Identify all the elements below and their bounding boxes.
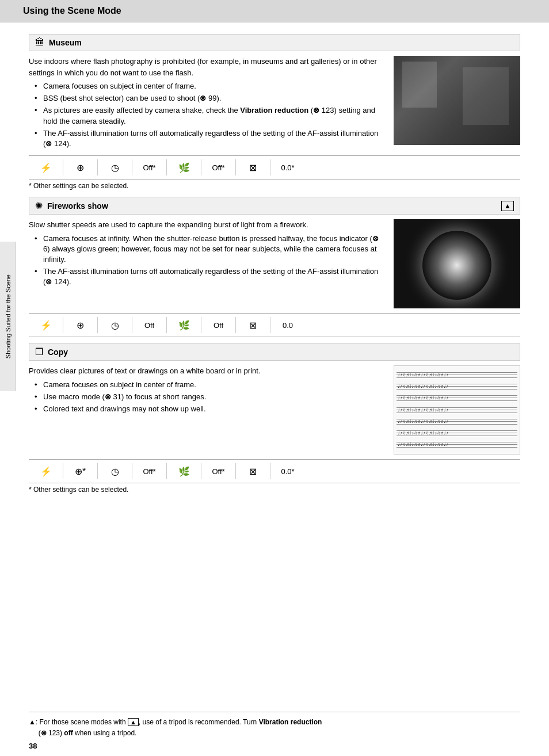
list-item: Camera focuses on subject in center of f… <box>35 380 385 390</box>
settings-exp-val: 0.0* <box>270 159 305 175</box>
fireworks-header: ✺ Fireworks show ▲ <box>29 197 520 215</box>
copy-intro: Provides clear pictures of text or drawi… <box>29 365 385 377</box>
settings-macro: 🌿 <box>167 159 201 175</box>
fireworks-intro: Slow shutter speeds are used to capture … <box>29 219 385 231</box>
fw-settings-macro-val: Off <box>201 317 236 333</box>
page-title: Using the Scene Mode <box>23 6 121 16</box>
timer-icon: ◷ <box>111 466 119 477</box>
list-item: Colored text and drawings may not show u… <box>35 404 385 414</box>
list-item: Camera focuses on subject in center of f… <box>35 81 385 91</box>
timer-value: Off* <box>143 467 155 476</box>
cp-settings-timer: ◷ <box>98 463 132 479</box>
museum-content: Use indoors where flash photography is p… <box>29 56 520 151</box>
macro-value: Off* <box>212 467 224 476</box>
exp-value: 0.0* <box>281 163 294 172</box>
timer-icon: ◷ <box>111 320 119 331</box>
flash-icon: ⚡ <box>40 162 52 173</box>
fw-settings-flash: ⚡ <box>29 317 63 333</box>
fireworks-title: Fireworks show <box>47 201 108 211</box>
settings-exp: ⊠ <box>236 159 270 175</box>
fireworks-text: Slow shutter speeds are used to capture … <box>29 219 385 308</box>
copy-icon: ❒ <box>35 346 43 357</box>
museum-bullets: Camera focuses on subject in center of f… <box>35 81 385 149</box>
flash-icon: ⚡ <box>40 466 52 477</box>
timer-value: Off* <box>143 163 155 172</box>
museum-title: Museum <box>49 38 82 47</box>
list-item: BSS (best shot selector) can be used to … <box>35 93 385 104</box>
museum-text: Use indoors where flash photography is p… <box>29 56 385 151</box>
tripod-box-icon: ▲ <box>128 718 139 726</box>
mode-icon: ⊕ <box>77 162 84 173</box>
copy-bullets: Camera focuses on subject in center of f… <box>35 380 385 415</box>
copy-title: Copy <box>48 348 68 357</box>
header-bar: Using the Scene Mode <box>0 0 549 22</box>
page-number: 38 <box>29 742 37 750</box>
copy-text: Provides clear pictures of text or drawi… <box>29 365 385 455</box>
list-item: As pictures are easily affected by camer… <box>35 105 385 126</box>
sidebar-label: Shooting Suited for the Scene <box>0 242 16 391</box>
exp-value: 0.0* <box>281 467 294 476</box>
exp-value: 0.0 <box>283 321 293 330</box>
flash-icon: ⚡ <box>40 320 52 331</box>
fw-settings-macro: 🌿 <box>167 317 201 333</box>
mode-icon: ⊕* <box>75 466 86 477</box>
fireworks-image <box>394 219 520 308</box>
museum-image <box>394 56 520 145</box>
fireworks-icon: ✺ <box>35 200 43 211</box>
museum-header: 🏛 Museum <box>29 34 520 51</box>
copy-image <box>394 365 520 455</box>
fireworks-bullets: Camera focuses at infinity. When the shu… <box>35 234 385 288</box>
exp-icon: ⊠ <box>249 320 257 331</box>
macro-value: Off* <box>212 163 224 172</box>
cp-settings-macro-val: Off* <box>201 463 236 479</box>
macro-icon: 🌿 <box>178 162 190 173</box>
macro-icon: 🌿 <box>178 320 190 331</box>
sidebar-text: Shooting Suited for the Scene <box>5 274 12 358</box>
fireworks-settings-row: ⚡ ⊕ ◷ Off 🌿 Off ⊠ 0.0 <box>29 313 520 337</box>
fw-settings-exp-val: 0.0 <box>270 317 305 333</box>
cp-settings-macro: 🌿 <box>167 463 201 479</box>
cp-settings-timer-val: Off* <box>132 463 167 479</box>
list-item: The AF-assist illumination turns off aut… <box>35 128 385 149</box>
settings-macro-val: Off* <box>201 159 236 175</box>
cp-settings-exp-val: 0.0* <box>270 463 305 479</box>
fireworks-section: ✺ Fireworks show ▲ Slow shutter speeds a… <box>29 197 520 337</box>
copy-header: ❒ Copy <box>29 343 520 361</box>
museum-icon: 🏛 <box>35 37 44 48</box>
tripod-symbol: ▲ <box>29 718 36 726</box>
fw-settings-exp: ⊠ <box>236 317 270 333</box>
fw-settings-timer-val: Off <box>132 317 167 333</box>
macro-value: Off <box>214 321 223 330</box>
mode-icon: ⊕ <box>77 320 84 331</box>
settings-timer-val: Off* <box>132 159 167 175</box>
list-item: Camera focuses at infinity. When the shu… <box>35 234 385 265</box>
cp-settings-flash: ⚡ <box>29 463 63 479</box>
copy-content: Provides clear pictures of text or drawi… <box>29 365 520 455</box>
fw-settings-timer: ◷ <box>98 317 132 333</box>
museum-section: 🏛 Museum Use indoors where flash photogr… <box>29 34 520 190</box>
timer-value: Off <box>144 321 154 330</box>
footer-text: ▲: For those scene modes with ▲, use of … <box>29 717 520 739</box>
copy-settings-row: ⚡ ⊕* ◷ Off* 🌿 Off* ⊠ 0.0* <box>29 459 520 483</box>
copy-section: ❒ Copy Provides clear pictures of text o… <box>29 343 520 494</box>
settings-flash: ⚡ <box>29 159 63 175</box>
bottom-footer: ▲: For those scene modes with ▲, use of … <box>29 712 520 739</box>
settings-timer: ◷ <box>98 159 132 175</box>
fw-settings-mode: ⊕ <box>63 317 98 333</box>
cp-settings-exp: ⊠ <box>236 463 270 479</box>
fireworks-content: Slow shutter speeds are used to capture … <box>29 219 520 308</box>
copy-footnote: * Other settings can be selected. <box>29 486 520 494</box>
list-item: The AF-assist illumination turns off aut… <box>35 266 385 287</box>
museum-settings-row: ⚡ ⊕ ◷ Off* 🌿 Off* ⊠ 0.0* <box>29 155 520 180</box>
list-item: Use macro mode (⊗ 31) to focus at short … <box>35 392 385 402</box>
main-content: 🏛 Museum Use indoors where flash photogr… <box>0 22 549 512</box>
museum-intro: Use indoors where flash photography is p… <box>29 56 385 78</box>
exp-icon: ⊠ <box>249 162 257 173</box>
settings-mode: ⊕ <box>63 159 98 175</box>
timer-icon: ◷ <box>111 162 119 173</box>
tripod-icon: ▲ <box>501 201 514 211</box>
cp-settings-mode: ⊕* <box>63 463 98 479</box>
museum-footnote: * Other settings can be selected. <box>29 182 520 190</box>
exp-icon: ⊠ <box>249 466 257 477</box>
macro-icon: 🌿 <box>178 466 190 477</box>
